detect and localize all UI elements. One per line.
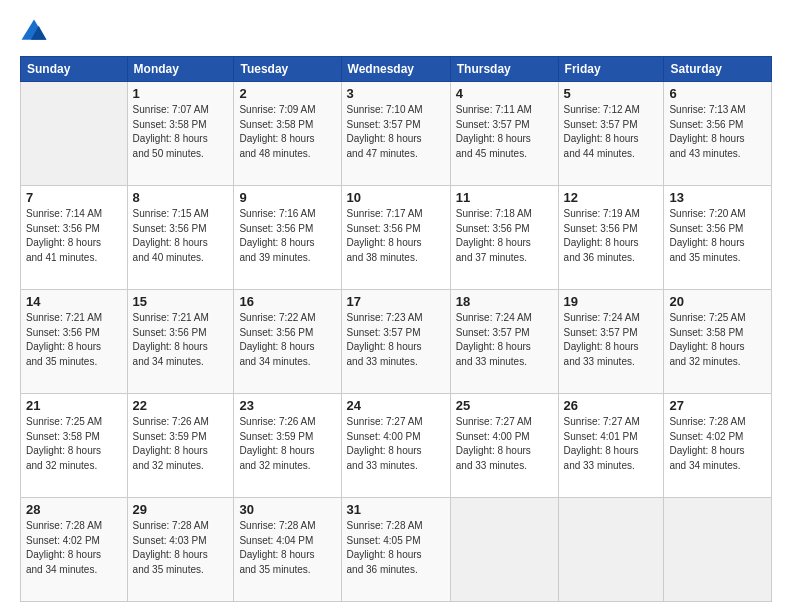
day-number: 12 [564,190,659,205]
calendar-cell: 17Sunrise: 7:23 AM Sunset: 3:57 PM Dayli… [341,290,450,394]
day-number: 8 [133,190,229,205]
day-info: Sunrise: 7:14 AM Sunset: 3:56 PM Dayligh… [26,207,122,265]
day-number: 15 [133,294,229,309]
day-info: Sunrise: 7:28 AM Sunset: 4:05 PM Dayligh… [347,519,445,577]
weekday-header-thursday: Thursday [450,57,558,82]
day-number: 14 [26,294,122,309]
day-number: 16 [239,294,335,309]
calendar-cell: 25Sunrise: 7:27 AM Sunset: 4:00 PM Dayli… [450,394,558,498]
day-number: 21 [26,398,122,413]
calendar: SundayMondayTuesdayWednesdayThursdayFrid… [20,56,772,602]
day-info: Sunrise: 7:07 AM Sunset: 3:58 PM Dayligh… [133,103,229,161]
calendar-cell: 14Sunrise: 7:21 AM Sunset: 3:56 PM Dayli… [21,290,128,394]
day-number: 26 [564,398,659,413]
day-info: Sunrise: 7:09 AM Sunset: 3:58 PM Dayligh… [239,103,335,161]
day-number: 28 [26,502,122,517]
day-info: Sunrise: 7:26 AM Sunset: 3:59 PM Dayligh… [239,415,335,473]
day-number: 22 [133,398,229,413]
calendar-week-1: 1Sunrise: 7:07 AM Sunset: 3:58 PM Daylig… [21,82,772,186]
day-number: 27 [669,398,766,413]
day-info: Sunrise: 7:28 AM Sunset: 4:02 PM Dayligh… [669,415,766,473]
day-info: Sunrise: 7:18 AM Sunset: 3:56 PM Dayligh… [456,207,553,265]
calendar-cell: 30Sunrise: 7:28 AM Sunset: 4:04 PM Dayli… [234,498,341,602]
calendar-cell: 12Sunrise: 7:19 AM Sunset: 3:56 PM Dayli… [558,186,664,290]
calendar-cell [450,498,558,602]
calendar-cell: 2Sunrise: 7:09 AM Sunset: 3:58 PM Daylig… [234,82,341,186]
calendar-cell: 10Sunrise: 7:17 AM Sunset: 3:56 PM Dayli… [341,186,450,290]
calendar-cell: 9Sunrise: 7:16 AM Sunset: 3:56 PM Daylig… [234,186,341,290]
calendar-cell: 22Sunrise: 7:26 AM Sunset: 3:59 PM Dayli… [127,394,234,498]
calendar-cell: 7Sunrise: 7:14 AM Sunset: 3:56 PM Daylig… [21,186,128,290]
day-info: Sunrise: 7:23 AM Sunset: 3:57 PM Dayligh… [347,311,445,369]
calendar-cell: 11Sunrise: 7:18 AM Sunset: 3:56 PM Dayli… [450,186,558,290]
calendar-week-2: 7Sunrise: 7:14 AM Sunset: 3:56 PM Daylig… [21,186,772,290]
calendar-header: SundayMondayTuesdayWednesdayThursdayFrid… [21,57,772,82]
weekday-header-saturday: Saturday [664,57,772,82]
day-number: 5 [564,86,659,101]
day-number: 11 [456,190,553,205]
day-number: 19 [564,294,659,309]
day-info: Sunrise: 7:15 AM Sunset: 3:56 PM Dayligh… [133,207,229,265]
day-info: Sunrise: 7:17 AM Sunset: 3:56 PM Dayligh… [347,207,445,265]
day-info: Sunrise: 7:21 AM Sunset: 3:56 PM Dayligh… [26,311,122,369]
day-info: Sunrise: 7:27 AM Sunset: 4:00 PM Dayligh… [347,415,445,473]
day-info: Sunrise: 7:25 AM Sunset: 3:58 PM Dayligh… [669,311,766,369]
day-number: 4 [456,86,553,101]
day-number: 30 [239,502,335,517]
weekday-header-monday: Monday [127,57,234,82]
calendar-cell: 6Sunrise: 7:13 AM Sunset: 3:56 PM Daylig… [664,82,772,186]
day-number: 6 [669,86,766,101]
day-number: 9 [239,190,335,205]
day-number: 10 [347,190,445,205]
header [20,18,772,46]
calendar-cell: 28Sunrise: 7:28 AM Sunset: 4:02 PM Dayli… [21,498,128,602]
day-info: Sunrise: 7:10 AM Sunset: 3:57 PM Dayligh… [347,103,445,161]
day-number: 7 [26,190,122,205]
day-info: Sunrise: 7:27 AM Sunset: 4:00 PM Dayligh… [456,415,553,473]
calendar-cell: 24Sunrise: 7:27 AM Sunset: 4:00 PM Dayli… [341,394,450,498]
day-info: Sunrise: 7:28 AM Sunset: 4:03 PM Dayligh… [133,519,229,577]
day-info: Sunrise: 7:24 AM Sunset: 3:57 PM Dayligh… [456,311,553,369]
calendar-cell: 21Sunrise: 7:25 AM Sunset: 3:58 PM Dayli… [21,394,128,498]
day-number: 13 [669,190,766,205]
calendar-cell: 18Sunrise: 7:24 AM Sunset: 3:57 PM Dayli… [450,290,558,394]
calendar-cell: 27Sunrise: 7:28 AM Sunset: 4:02 PM Dayli… [664,394,772,498]
calendar-week-4: 21Sunrise: 7:25 AM Sunset: 3:58 PM Dayli… [21,394,772,498]
day-number: 25 [456,398,553,413]
day-info: Sunrise: 7:20 AM Sunset: 3:56 PM Dayligh… [669,207,766,265]
calendar-cell: 29Sunrise: 7:28 AM Sunset: 4:03 PM Dayli… [127,498,234,602]
weekday-row: SundayMondayTuesdayWednesdayThursdayFrid… [21,57,772,82]
calendar-cell: 23Sunrise: 7:26 AM Sunset: 3:59 PM Dayli… [234,394,341,498]
day-number: 1 [133,86,229,101]
day-number: 29 [133,502,229,517]
calendar-cell: 1Sunrise: 7:07 AM Sunset: 3:58 PM Daylig… [127,82,234,186]
calendar-cell: 26Sunrise: 7:27 AM Sunset: 4:01 PM Dayli… [558,394,664,498]
day-info: Sunrise: 7:25 AM Sunset: 3:58 PM Dayligh… [26,415,122,473]
day-info: Sunrise: 7:21 AM Sunset: 3:56 PM Dayligh… [133,311,229,369]
calendar-cell: 13Sunrise: 7:20 AM Sunset: 3:56 PM Dayli… [664,186,772,290]
calendar-cell: 8Sunrise: 7:15 AM Sunset: 3:56 PM Daylig… [127,186,234,290]
day-info: Sunrise: 7:22 AM Sunset: 3:56 PM Dayligh… [239,311,335,369]
calendar-cell: 15Sunrise: 7:21 AM Sunset: 3:56 PM Dayli… [127,290,234,394]
day-info: Sunrise: 7:19 AM Sunset: 3:56 PM Dayligh… [564,207,659,265]
page: SundayMondayTuesdayWednesdayThursdayFrid… [0,0,792,612]
day-info: Sunrise: 7:26 AM Sunset: 3:59 PM Dayligh… [133,415,229,473]
day-info: Sunrise: 7:16 AM Sunset: 3:56 PM Dayligh… [239,207,335,265]
day-info: Sunrise: 7:28 AM Sunset: 4:04 PM Dayligh… [239,519,335,577]
day-number: 2 [239,86,335,101]
weekday-header-tuesday: Tuesday [234,57,341,82]
calendar-cell [664,498,772,602]
calendar-cell: 16Sunrise: 7:22 AM Sunset: 3:56 PM Dayli… [234,290,341,394]
calendar-cell [558,498,664,602]
weekday-header-sunday: Sunday [21,57,128,82]
day-number: 24 [347,398,445,413]
day-number: 17 [347,294,445,309]
calendar-week-5: 28Sunrise: 7:28 AM Sunset: 4:02 PM Dayli… [21,498,772,602]
day-info: Sunrise: 7:13 AM Sunset: 3:56 PM Dayligh… [669,103,766,161]
day-number: 23 [239,398,335,413]
day-number: 18 [456,294,553,309]
day-info: Sunrise: 7:12 AM Sunset: 3:57 PM Dayligh… [564,103,659,161]
day-number: 3 [347,86,445,101]
logo-icon [20,18,48,46]
day-info: Sunrise: 7:11 AM Sunset: 3:57 PM Dayligh… [456,103,553,161]
